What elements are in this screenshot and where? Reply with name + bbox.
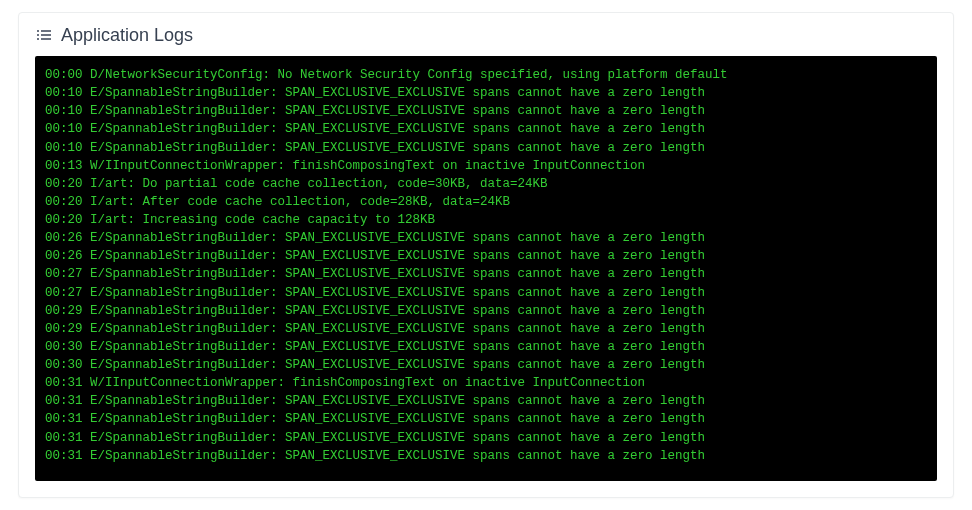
log-line: 00:29 E/SpannableStringBuilder: SPAN_EXC… <box>45 320 927 338</box>
svg-rect-0 <box>37 30 39 32</box>
application-logs-card: Application Logs 00:00 D/NetworkSecurity… <box>18 12 954 498</box>
log-line: 00:30 E/SpannableStringBuilder: SPAN_EXC… <box>45 356 927 374</box>
log-line: 00:20 I/art: After code cache collection… <box>45 193 927 211</box>
log-line: 00:31 E/SpannableStringBuilder: SPAN_EXC… <box>45 429 927 447</box>
svg-rect-4 <box>37 38 39 40</box>
card-header: Application Logs <box>19 13 953 56</box>
log-line: 00:26 E/SpannableStringBuilder: SPAN_EXC… <box>45 229 927 247</box>
log-line: 00:31 E/SpannableStringBuilder: SPAN_EXC… <box>45 410 927 428</box>
log-line: 00:27 E/SpannableStringBuilder: SPAN_EXC… <box>45 265 927 283</box>
log-line: 00:10 E/SpannableStringBuilder: SPAN_EXC… <box>45 139 927 157</box>
log-line: 00:31 W/IInputConnectionWrapper: finishC… <box>45 374 927 392</box>
log-output[interactable]: 00:00 D/NetworkSecurityConfig: No Networ… <box>35 56 937 481</box>
log-line: 00:10 E/SpannableStringBuilder: SPAN_EXC… <box>45 84 927 102</box>
svg-rect-5 <box>41 38 51 40</box>
svg-rect-1 <box>41 30 51 32</box>
log-line: 00:00 D/NetworkSecurityConfig: No Networ… <box>45 66 927 84</box>
log-line: 00:20 I/art: Do partial code cache colle… <box>45 175 927 193</box>
log-line: 00:31 E/SpannableStringBuilder: SPAN_EXC… <box>45 392 927 410</box>
log-line: 00:26 E/SpannableStringBuilder: SPAN_EXC… <box>45 247 927 265</box>
log-line: 00:31 E/SpannableStringBuilder: SPAN_EXC… <box>45 447 927 465</box>
log-line: 00:27 E/SpannableStringBuilder: SPAN_EXC… <box>45 284 927 302</box>
log-line: 00:29 E/SpannableStringBuilder: SPAN_EXC… <box>45 302 927 320</box>
list-icon <box>37 27 51 45</box>
card-title: Application Logs <box>61 25 193 46</box>
log-line: 00:10 E/SpannableStringBuilder: SPAN_EXC… <box>45 102 927 120</box>
log-line: 00:30 E/SpannableStringBuilder: SPAN_EXC… <box>45 338 927 356</box>
log-line: 00:20 I/art: Increasing code cache capac… <box>45 211 927 229</box>
log-line: 00:10 E/SpannableStringBuilder: SPAN_EXC… <box>45 120 927 138</box>
svg-rect-2 <box>37 34 39 36</box>
svg-rect-3 <box>41 34 51 36</box>
log-line: 00:13 W/IInputConnectionWrapper: finishC… <box>45 157 927 175</box>
